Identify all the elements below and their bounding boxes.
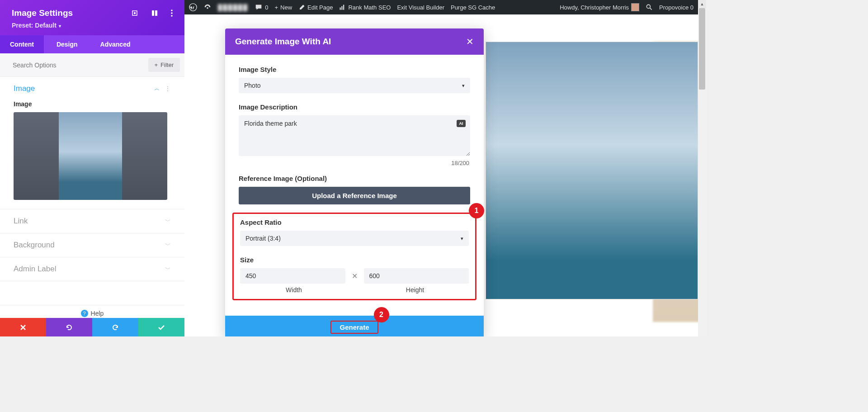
- sidebar-tabs: Content Design Advanced: [0, 35, 184, 53]
- image-style-label: Image Style: [239, 66, 470, 73]
- chevron-down-icon: ﹀: [165, 217, 171, 225]
- edit-page-link[interactable]: Edit Page: [298, 4, 333, 11]
- search-row: + Filter: [0, 53, 184, 77]
- page-image-module[interactable]: [486, 42, 698, 299]
- svg-point-5: [171, 12, 173, 14]
- howdy-user[interactable]: Howdy, Christopher Morris: [560, 3, 639, 11]
- tab-design[interactable]: Design: [44, 35, 90, 53]
- new-link[interactable]: + New: [275, 4, 292, 11]
- redo-button[interactable]: [92, 318, 138, 336]
- plus-icon: +: [155, 62, 158, 68]
- svg-rect-13: [343, 5, 344, 9]
- width-sub-label: Width: [240, 286, 348, 294]
- save-button[interactable]: [138, 318, 184, 336]
- dashboard-icon[interactable]: [203, 3, 212, 11]
- char-count: 18/200: [239, 160, 469, 166]
- page-scrollbar[interactable]: ▲: [698, 0, 706, 336]
- avatar: [631, 3, 639, 11]
- annotation-badge-1: 1: [469, 203, 484, 218]
- group-header-image[interactable]: Image ︿ ⋮: [0, 77, 184, 100]
- wp-logo-icon[interactable]: [189, 3, 197, 11]
- svg-rect-12: [342, 6, 343, 9]
- svg-point-14: [647, 5, 651, 8]
- preview-thumbnail: [59, 112, 122, 200]
- svg-point-10: [207, 7, 208, 9]
- scroll-thumb[interactable]: [699, 8, 705, 90]
- image-preview[interactable]: [14, 112, 167, 200]
- chevron-up-icon: ︿: [154, 85, 160, 93]
- tab-advanced[interactable]: Advanced: [90, 35, 141, 53]
- image-field-label: Image: [14, 100, 171, 108]
- chevron-down-icon: ﹀: [165, 265, 171, 273]
- sidebar-header: Image Settings Preset: Default ▾: [0, 0, 184, 35]
- preset-selector[interactable]: Preset: Default ▾: [12, 22, 173, 29]
- size-label: Size: [240, 256, 469, 264]
- times-icon: ✕: [352, 272, 358, 280]
- width-input[interactable]: [240, 268, 345, 284]
- svg-point-4: [171, 9, 173, 11]
- ai-badge-icon[interactable]: AI: [457, 120, 466, 127]
- comments-link[interactable]: 0: [255, 3, 268, 11]
- kebab-menu-icon[interactable]: [171, 9, 173, 17]
- image-description-input[interactable]: [239, 115, 470, 156]
- svg-line-15: [650, 8, 652, 10]
- reference-image-label: Reference Image (Optional): [239, 175, 470, 182]
- expand-icon[interactable]: [131, 9, 138, 17]
- svg-rect-3: [155, 10, 157, 16]
- purge-cache-link[interactable]: Purge SG Cache: [451, 4, 495, 11]
- rank-math-link[interactable]: Rank Math SEO: [339, 4, 391, 11]
- tab-content[interactable]: Content: [0, 35, 44, 53]
- caret-down-icon: ▾: [57, 24, 61, 28]
- sidebar-footer: [0, 318, 184, 336]
- generate-image-modal: Generate Image With AI ✕ Image Style Pho…: [225, 28, 484, 336]
- annotation-box-1: 1 Aspect Ratio Portrait (3:4) ▾ Size ✕ W…: [232, 213, 476, 300]
- height-input[interactable]: [364, 268, 469, 284]
- scroll-up-arrow-icon[interactable]: ▲: [698, 0, 706, 8]
- group-header-background[interactable]: Background ﹀: [0, 233, 184, 257]
- height-sub-label: Height: [361, 286, 469, 294]
- svg-point-6: [171, 15, 173, 17]
- aspect-ratio-label: Aspect Ratio: [240, 218, 469, 226]
- wp-admin-bar: ██████ 0 + New Edit Page Rank Math SEO E…: [184, 0, 698, 14]
- sidebar-title: Image Settings: [12, 8, 73, 18]
- help-icon: ?: [81, 310, 88, 317]
- image-description-label: Image Description: [239, 103, 470, 111]
- exit-visual-builder-link[interactable]: Exit Visual Builder: [397, 4, 444, 11]
- propovoice-link[interactable]: Propovoice 0: [659, 4, 693, 11]
- upload-reference-button[interactable]: Upload a Reference Image: [239, 187, 470, 204]
- options-list: Image ︿ ⋮ Image Link ﹀ Background: [0, 77, 184, 305]
- generate-bar: 2 Generate: [225, 316, 484, 336]
- svg-point-1: [134, 13, 136, 14]
- group-header-admin-label[interactable]: Admin Label ﹀: [0, 257, 184, 281]
- generate-button[interactable]: Generate: [330, 321, 378, 334]
- columns-icon[interactable]: [151, 9, 158, 17]
- plus-icon: +: [275, 4, 278, 11]
- search-icon[interactable]: [646, 4, 653, 11]
- aspect-ratio-select[interactable]: Portrait (3:4): [240, 231, 469, 246]
- cancel-button[interactable]: [0, 318, 46, 336]
- image-style-select[interactable]: Photo: [239, 78, 470, 93]
- modal-header: Generate Image With AI ✕: [225, 28, 484, 55]
- search-input[interactable]: [7, 59, 148, 71]
- filter-button[interactable]: + Filter: [148, 58, 180, 72]
- settings-sidebar: Image Settings Preset: Default ▾ Content…: [0, 0, 184, 336]
- kebab-menu-icon[interactable]: ⋮: [165, 85, 171, 92]
- chevron-down-icon: ﹀: [165, 241, 171, 249]
- site-name[interactable]: ██████: [218, 4, 248, 11]
- svg-rect-2: [152, 10, 154, 16]
- modal-title: Generate Image With AI: [235, 37, 331, 47]
- help-link[interactable]: ? Help: [0, 305, 184, 318]
- svg-rect-11: [340, 7, 341, 9]
- close-icon[interactable]: ✕: [466, 36, 474, 47]
- undo-button[interactable]: [46, 318, 92, 336]
- annotation-badge-2: 2: [374, 307, 389, 322]
- group-header-link[interactable]: Link ﹀: [0, 209, 184, 233]
